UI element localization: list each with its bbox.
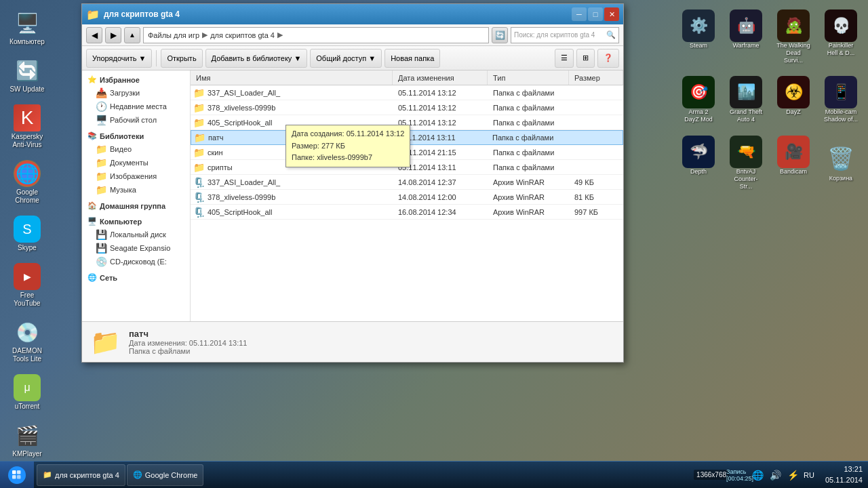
search-icon: 🔍	[606, 30, 616, 39]
file-type: Архив WinRAR	[488, 178, 569, 186]
sidebar-item-local-disk[interactable]: 💾 Локальный диск	[82, 228, 190, 241]
toolbar-separator	[156, 50, 157, 66]
col-header-name[interactable]: Имя	[191, 70, 393, 85]
share-button[interactable]: Общий доступ ▼	[310, 49, 382, 68]
desktop-icon-computer[interactable]: 🖥️ Компьютер	[3, 7, 51, 49]
network-tray-icon[interactable]: 🌐	[751, 468, 764, 482]
tooltip-size-value: 277 КБ	[321, 142, 345, 150]
col-header-date[interactable]: Дата изменения	[393, 70, 488, 85]
desktop-icon-kaspersky[interactable]: K Kaspersky Anti-Virus	[3, 102, 51, 152]
favorites-label: Избранное	[100, 76, 140, 84]
sidebar-item-desktop[interactable]: 🖥️ Рабочий стол	[82, 113, 190, 127]
tooltip-date-value: 05.11.2014 13:12	[347, 129, 405, 138]
file-name: патч	[208, 134, 224, 142]
sidebar-header-network[interactable]: 🌐 Сеть	[82, 271, 190, 284]
maximize-button[interactable]: □	[588, 7, 603, 21]
desktop-icon-recycle[interactable]: 🗑️ Корзина	[821, 140, 861, 192]
minimize-button[interactable]: ─	[572, 7, 587, 21]
open-button[interactable]: Открыть	[161, 49, 202, 68]
file-type: Папка с файлами	[487, 134, 568, 142]
resolution-indicator: 1366x768	[694, 470, 729, 480]
desktop-icon-daemon[interactable]: 💿 DAEMON Tools Lite	[3, 316, 51, 366]
file-name: 405_ScriptHook_all	[208, 208, 272, 216]
desktop-icon-bandicam[interactable]: 🎥 Bandicam	[773, 133, 814, 192]
desktop-icon-steam[interactable]: ⚙️ Steam	[678, 7, 719, 66]
search-box[interactable]: Поиск: для скриптов gta 4 🔍	[511, 27, 619, 43]
taskbar-explorer-label: для скриптов gta 4	[55, 471, 119, 479]
taskbar-clock[interactable]: 13:21 05.11.2014	[820, 464, 868, 485]
desktop-icon-sw-update[interactable]: 🔄 SW Update	[3, 54, 51, 96]
desktop-icon-dayz[interactable]: ☣️ DayZ	[773, 73, 814, 126]
sidebar-item-cd[interactable]: 💿 CD-дисковод (E:	[82, 255, 190, 268]
tooltip-size: Размер: 277 КБ	[292, 140, 404, 152]
organize-button[interactable]: Упорядочить ▼	[86, 49, 152, 68]
start-button[interactable]	[0, 462, 34, 489]
file-name-cell: 🗜️ 405_ScriptHook_all	[191, 207, 393, 218]
utorrent-icon: μ	[14, 374, 41, 401]
close-button[interactable]: ✕	[604, 7, 619, 21]
gta4-icon: 🏙️	[730, 76, 762, 108]
new-folder-button[interactable]: Новая папка	[384, 49, 440, 68]
desktop-icon-chrome[interactable]: 🌐 Google Chrome	[3, 157, 51, 207]
sidebar-item-music[interactable]: 📁 Музыка	[82, 183, 190, 197]
folder-file-icon: 📁	[193, 117, 205, 128]
desktop-icon-label: Steam	[690, 42, 707, 49]
sidebar-item-video[interactable]: 📁 Видео	[82, 142, 190, 156]
sidebar-section-computer: 🖥️ Компьютер 💾 Локальный диск 💾 Seagate …	[82, 215, 190, 268]
desktop-folder-icon: 🖥️	[96, 115, 107, 125]
up-button[interactable]: ▲	[124, 27, 140, 43]
view-button[interactable]: ☰	[555, 49, 574, 68]
desktop-icon-utorrent[interactable]: μ uTorrent	[3, 371, 51, 413]
desktop-icon-walking-dead[interactable]: 🧟 The Walking Dead Survi...	[773, 7, 814, 66]
battalion-icon: 🔫	[730, 136, 762, 168]
table-row[interactable]: 📁 337_ASI_Loader_All_ 05.11.2014 13:12 П…	[191, 85, 623, 100]
desktop-icon-warframe[interactable]: 🤖 Warframe	[726, 7, 766, 66]
taskbar-item-explorer[interactable]: 📁 для скриптов gta 4	[37, 464, 125, 486]
address-path[interactable]: Файлы для игр ▶ для скриптов gta 4 ▶	[143, 27, 489, 43]
table-row[interactable]: 🗜️ 405_ScriptHook_all 16.08.2014 12:34 А…	[191, 205, 623, 220]
svg-point-0	[8, 466, 26, 484]
taskbar-item-chrome[interactable]: 🌐 Google Chrome	[127, 464, 204, 486]
forward-button[interactable]: ▶	[105, 27, 121, 43]
desktop-icon-painkiller[interactable]: 💀 Painkiller Hell & D...	[821, 7, 861, 66]
tooltip-folder-label: Папке:	[292, 153, 315, 161]
homegroup-label: Домашняя группа	[100, 202, 165, 210]
desktop-icon-skype[interactable]: S Skype	[3, 213, 51, 255]
path-separator-2: ▶	[277, 30, 283, 39]
status-bar: 📁 патч Дата изменения: 05.11.2014 13:11 …	[82, 321, 623, 362]
desktop-icon-mobile-cam[interactable]: 📱 Mobile-cam Shadow of...	[821, 73, 861, 126]
sidebar-header-homegroup[interactable]: 🏠 Домашняя группа	[82, 199, 190, 212]
sidebar-item-downloads[interactable]: 📥 Загрузки	[82, 86, 190, 100]
sidebar-item-docs[interactable]: 📁 Документы	[82, 156, 190, 169]
battery-icon[interactable]: ⚡	[786, 468, 800, 482]
details-button[interactable]: ⊞	[576, 49, 595, 68]
svg-rect-1	[12, 470, 16, 474]
sidebar-header-libraries[interactable]: 📚 Библиотеки	[82, 129, 190, 142]
add-library-button[interactable]: Добавить в библиотеку ▼	[205, 49, 308, 68]
table-row[interactable]: 📁 378_xliveless-0999b 05.11.2014 13:12 П…	[191, 100, 623, 115]
desktop-icon-label: Skype	[18, 244, 37, 252]
desktop-icon-youtube[interactable]: ▶ Free YouTube	[3, 260, 51, 310]
col-header-type[interactable]: Тип	[488, 70, 569, 85]
volume-icon[interactable]: 🔊	[768, 468, 782, 482]
sidebar-header-computer[interactable]: 🖥️ Компьютер	[82, 215, 190, 228]
taskbar-chrome-label: Google Chrome	[145, 471, 198, 479]
desktop-icon-gta4[interactable]: 🏙️ Grand Theft Auto 4	[726, 73, 766, 126]
table-row[interactable]: 🗜️ 378_xliveless-0999b 14.08.2014 12:00 …	[191, 190, 623, 205]
sidebar-header-favorites[interactable]: ⭐ Избранное	[82, 73, 190, 86]
col-header-size[interactable]: Размер	[569, 70, 623, 85]
sidebar-item-seagate[interactable]: 💾 Seagate Expansio	[82, 241, 190, 255]
help-button[interactable]: ❓	[597, 49, 619, 68]
back-button[interactable]: ◀	[86, 27, 102, 43]
desktop-icon-arma2[interactable]: 🎯 Arma 2 DayZ Mod	[678, 73, 719, 126]
archive-icon: 🗜️	[193, 207, 205, 218]
desktop-icon-depth[interactable]: 🦈 Depth	[678, 133, 719, 192]
file-date: 05.11.2014 13:12	[393, 89, 488, 97]
desktop-icon-kmplayer[interactable]: 🎬 KMPlayer	[3, 419, 51, 461]
sidebar-item-recent[interactable]: 🕐 Недавние места	[82, 100, 190, 113]
mobile-cam-icon: 📱	[825, 76, 857, 108]
desktop-icon-battalion[interactable]: 🔫 BntvAJ Counter-Str...	[726, 133, 766, 192]
refresh-button[interactable]: 🔄	[492, 27, 508, 43]
table-row[interactable]: 🗜️ 337_ASI_Loader_All_ 14.08.2014 12:37 …	[191, 175, 623, 190]
sidebar-item-images[interactable]: 📁 Изображения	[82, 169, 190, 183]
